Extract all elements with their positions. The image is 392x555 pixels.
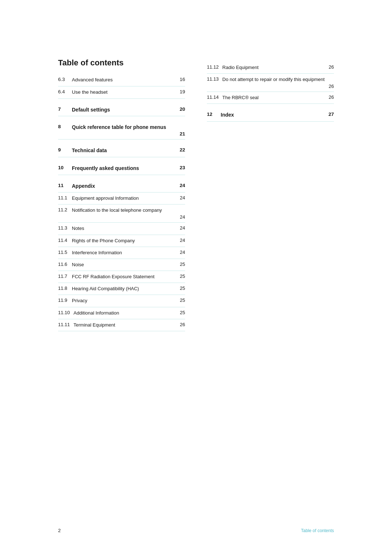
footer-section-label: Table of contents	[301, 528, 334, 533]
content-area: Table of contents 6.3 Advanced features …	[0, 58, 392, 331]
toc-entry-11-5: 11.5 Interference Information 24	[58, 247, 185, 259]
toc-page: 27	[325, 112, 334, 117]
toc-entry-7: 7 Default settings 20	[58, 104, 185, 117]
toc-entry-left: 11.14 The RBRC® seal	[207, 94, 325, 101]
toc-num: 6.3	[58, 77, 68, 82]
toc-page: 19	[176, 89, 185, 94]
toc-entry-left: 9 Technical data	[58, 147, 176, 154]
toc-entry-left: 11.5 Interference Information	[58, 250, 176, 256]
toc-entry-left: 12 Index	[207, 112, 325, 119]
toc-label: Index	[221, 112, 325, 119]
toc-label: Advanced features	[72, 77, 176, 84]
toc-entry-11-7: 11.7 FCC RF Radiation Exposure Statement…	[58, 271, 185, 283]
toc-num: 11.1	[58, 195, 68, 200]
toc-label: Default settings	[72, 106, 176, 114]
toc-entry-11-2: 11.2 Notification to the local telephone…	[58, 204, 185, 223]
toc-entry-left: 11.12 Radio Equipment	[207, 64, 325, 71]
toc-label: The RBRC® seal	[222, 94, 325, 101]
toc-page: 26	[325, 64, 334, 70]
toc-entry-11-12: 11.12 Radio Equipment 26	[207, 62, 334, 74]
toc-num: 11.4	[58, 238, 68, 243]
toc-entry-left: 7 Default settings	[58, 106, 176, 114]
toc-entry-11-3: 11.3 Notes 24	[58, 223, 185, 235]
toc-page: 23	[176, 165, 185, 170]
toc-entry-6-4: 6.4 Use the headset 19	[58, 86, 185, 99]
left-column: Table of contents 6.3 Advanced features …	[58, 58, 185, 331]
toc-num: 11	[58, 183, 68, 188]
toc-num: 11.9	[58, 297, 68, 303]
toc-label: Appendix	[72, 183, 176, 190]
toc-entry-left: 11.10 Additional Information	[58, 310, 176, 316]
toc-num: 9	[58, 147, 68, 153]
page: Table of contents 6.3 Advanced features …	[0, 0, 392, 555]
toc-num: 11.2	[58, 207, 68, 212]
toc-page: 26	[325, 94, 334, 100]
toc-entry-left: 11.1 Equipment approval Information	[58, 195, 176, 202]
toc-entry-left: 11.8 Hearing Aid Compatibility (HAC)	[58, 285, 176, 292]
toc-page: 26	[176, 322, 185, 327]
toc-entry-left: 11.3 Notes	[58, 225, 176, 232]
toc-entry-left: 6.4 Use the headset	[58, 89, 176, 96]
toc-entry-left: 6.3 Advanced features	[58, 77, 176, 84]
toc-label: Use the headset	[72, 89, 176, 96]
toc-page: 22	[176, 147, 185, 153]
toc-page: 21	[176, 124, 185, 137]
toc-num: 7	[58, 106, 68, 112]
toc-num: 11.10	[58, 310, 70, 315]
toc-page: 24	[176, 250, 185, 255]
toc-num: 11.13	[207, 76, 219, 82]
toc-num: 11.12	[207, 64, 219, 70]
toc-label: Interference Information	[72, 250, 176, 256]
toc-num: 8	[58, 124, 68, 129]
toc-page: 24	[176, 183, 185, 188]
toc-label: Notification to the local telephone comp…	[72, 207, 176, 214]
toc-entry-left: 11 Appendix	[58, 183, 176, 190]
toc-page: 24	[176, 195, 185, 200]
toc-num: 10	[58, 165, 68, 170]
toc-page: 24	[176, 238, 185, 243]
toc-label: Frequently asked questions	[72, 165, 176, 172]
toc-label: Equipment approval Information	[72, 195, 176, 202]
toc-entry-left: 11.4 Rights of the Phone Company	[58, 238, 176, 244]
toc-entry-11: 11 Appendix 24	[58, 180, 185, 193]
toc-entry-11-1: 11.1 Equipment approval Information 24	[58, 193, 185, 204]
toc-num: 11.8	[58, 285, 68, 291]
toc-label: Notes	[72, 225, 176, 232]
toc-entry-left: 8 Quick reference table for phone menus	[58, 124, 176, 131]
toc-label: FCC RF Radiation Exposure Statement	[72, 274, 176, 280]
toc-page: 24	[176, 207, 185, 220]
toc-entry-left: 11.2 Notification to the local telephone…	[58, 207, 176, 214]
toc-page: 25	[176, 262, 185, 267]
toc-entry-6-3: 6.3 Advanced features 16	[58, 74, 185, 86]
toc-entry-9: 9 Technical data 22	[58, 145, 185, 157]
toc-label: Radio Equipment	[222, 64, 325, 71]
toc-num: 11.14	[207, 94, 219, 100]
toc-num: 12	[207, 112, 217, 117]
toc-page: 20	[176, 106, 185, 112]
toc-entry-8: 8 Quick reference table for phone menus …	[58, 121, 185, 139]
toc-entry-11-13: 11.13 Do not attempt to repair or modify…	[207, 74, 334, 92]
toc-entry-12: 12 Index 27	[207, 109, 334, 122]
toc-entry-11-14: 11.14 The RBRC® seal 26	[207, 92, 334, 104]
toc-entry-11-11: 11.11 Terminal Equipment 26	[58, 319, 185, 331]
toc-page: 26	[325, 76, 334, 89]
toc-entry-left: 10 Frequently asked questions	[58, 165, 176, 172]
toc-label: Noise	[72, 262, 176, 268]
toc-title: Table of contents	[58, 58, 185, 68]
toc-entry-11-10: 11.10 Additional Information 25	[58, 307, 185, 319]
toc-entry-left: 11.13 Do not attempt to repair or modify…	[207, 76, 325, 83]
toc-num: 11.6	[58, 262, 68, 267]
right-column: 11.12 Radio Equipment 26 11.13 Do not at…	[207, 58, 334, 331]
footer-page-number: 2	[58, 528, 61, 533]
toc-label: Rights of the Phone Company	[72, 238, 176, 244]
toc-num: 11.11	[58, 322, 70, 327]
toc-entry-11-4: 11.4 Rights of the Phone Company 24	[58, 235, 185, 247]
toc-entry-10: 10 Frequently asked questions 23	[58, 162, 185, 175]
toc-page: 24	[176, 225, 185, 231]
toc-label: Quick reference table for phone menus	[72, 124, 176, 131]
toc-label: Hearing Aid Compatibility (HAC)	[72, 285, 176, 292]
toc-page: 16	[176, 77, 185, 82]
toc-entry-left: 11.9 Privacy	[58, 297, 176, 304]
toc-label: Additional Information	[74, 310, 176, 316]
toc-entry-11-9: 11.9 Privacy 25	[58, 295, 185, 307]
